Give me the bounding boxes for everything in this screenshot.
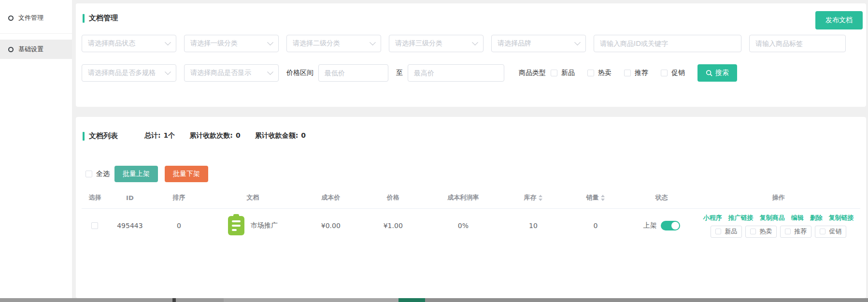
divider — [0, 33, 72, 34]
column-header-select: 选择 — [82, 193, 108, 202]
checkbox-icon[interactable] — [85, 171, 92, 177]
sort-caret-icon[interactable] — [539, 195, 542, 201]
batch-actions-row: 全选 批量上架 批量下架 — [85, 166, 866, 182]
row-tag-new[interactable]: 新品 — [711, 226, 742, 238]
min-price-input[interactable] — [318, 64, 388, 82]
row-id-cell: 495443 — [108, 222, 152, 230]
row-cost-price-cell: ¥0.00 — [299, 222, 362, 230]
column-header-actions: 操作 — [697, 193, 860, 202]
select-placeholder: 请选择商品是否显示 — [190, 69, 251, 77]
table-row: 495443 0 市场推广 ¥0.00 ¥1.00 0% 10 0 上架 小程序… — [82, 208, 860, 242]
row-price-cell: ¥1.00 — [362, 222, 424, 230]
sidebar-item-label: 基础设置 — [18, 45, 43, 54]
copy-url-link[interactable]: 复制链接 — [829, 214, 854, 222]
checkbox-icon[interactable] — [551, 70, 557, 76]
product-status-select[interactable]: 请选择商品状态 — [82, 35, 176, 52]
category-level1-select[interactable]: 请选择一级分类 — [184, 35, 279, 52]
select-placeholder: 请选择一级分类 — [190, 39, 238, 48]
chevron-down-icon — [267, 69, 273, 75]
document-list-icon — [228, 216, 244, 235]
row-tag-checkboxes: 新品 热卖 推荐 促销 — [711, 226, 846, 238]
select-placeholder: 请选择三级分类 — [395, 39, 442, 48]
tag-label: 热卖 — [759, 227, 772, 236]
promo-link-link[interactable]: 推广链接 — [728, 214, 754, 222]
row-tag-recommend[interactable]: 推荐 — [780, 226, 811, 238]
tag-label: 促销 — [829, 227, 841, 236]
category-level3-select[interactable]: 请选择三级分类 — [389, 35, 484, 52]
list-stats: 总计: 1个 累计收款次数: 0 累计收款金额: 0 — [144, 131, 306, 141]
checkbox-icon[interactable] — [820, 229, 825, 234]
row-tag-promo[interactable]: 促销 — [815, 226, 846, 238]
scrollbar-segment — [172, 298, 176, 302]
stat-value: 0 — [236, 131, 241, 140]
type-checkbox-hot[interactable]: 热卖 — [587, 69, 612, 77]
row-checkbox[interactable] — [91, 222, 98, 229]
select-all-label: 全选 — [96, 170, 110, 178]
list-title-row: 文档列表 — [76, 117, 118, 141]
select-placeholder: 请选择商品状态 — [88, 39, 135, 48]
checkbox-icon[interactable] — [587, 70, 594, 76]
checkbox-icon[interactable] — [785, 229, 791, 234]
batch-off-shelf-button[interactable]: 批量下架 — [165, 166, 208, 182]
stat-label: 累计收款金额: — [255, 131, 299, 140]
column-header-doc: 文档 — [206, 193, 299, 202]
checkbox-icon[interactable] — [750, 229, 756, 234]
column-header-stock: 库存 — [502, 193, 564, 202]
sidebar-item-basic-settings[interactable]: 基础设置 — [0, 40, 72, 59]
document-manage-panel: 文档管理 发布文档 请选择商品状态 请选择一级分类 请选择二级分类 请选择三级分… — [76, 3, 866, 107]
mini-program-link[interactable]: 小程序 — [703, 214, 722, 222]
document-list-panel: 文档列表 总计: 1个 累计收款次数: 0 累计收款金额: 0 全选 批量上架 … — [76, 117, 866, 298]
horizontal-scrollbar[interactable] — [0, 298, 868, 302]
max-price-input[interactable] — [408, 64, 504, 82]
row-actions-cell: 小程序 推广链接 复制商品 编辑 删除 复制链接 新品 热卖 — [697, 214, 860, 238]
table-header: 选择 ID 排序 文档 成本价 价格 成本利润率 库存 销量 状态 操作 — [82, 187, 860, 208]
column-header-price: 价格 — [362, 193, 424, 202]
sidebar: 文件管理 基础设置 — [0, 0, 72, 298]
circle-icon — [8, 15, 14, 21]
row-sort-cell: 0 — [152, 222, 206, 230]
on-shelf-toggle[interactable] — [661, 221, 680, 230]
brand-select[interactable]: 请选择品牌 — [491, 35, 586, 52]
circle-icon — [8, 47, 14, 52]
batch-on-shelf-button[interactable]: 批量上架 — [114, 166, 158, 182]
edit-link[interactable]: 编辑 — [791, 214, 804, 222]
product-type-label: 商品类型 — [519, 69, 546, 77]
category-level2-select[interactable]: 请选择二级分类 — [286, 35, 381, 52]
price-to-label: 至 — [396, 69, 403, 77]
delete-link[interactable]: 删除 — [810, 214, 823, 222]
publish-document-button[interactable]: 发布文档 — [815, 11, 863, 29]
checkbox-icon[interactable] — [715, 229, 721, 234]
document-name: 市场推广 — [251, 221, 278, 230]
price-range-label: 价格区间 — [286, 69, 313, 77]
scrollbar-segment — [398, 298, 425, 302]
sidebar-item-file-management[interactable]: 文件管理 — [0, 8, 72, 28]
tag-label: 推荐 — [794, 227, 807, 236]
sort-caret-icon[interactable] — [601, 195, 605, 201]
list-header-row: 文档列表 总计: 1个 累计收款次数: 0 累计收款金额: 0 — [76, 117, 866, 141]
scrollbar-segment — [224, 298, 398, 302]
copy-product-link[interactable]: 复制商品 — [760, 214, 785, 222]
action-links: 小程序 推广链接 复制商品 编辑 删除 复制链接 — [703, 214, 854, 222]
type-checkbox-new[interactable]: 新品 — [551, 69, 575, 77]
row-stock-cell: 10 — [502, 222, 564, 230]
checkbox-icon[interactable] — [624, 70, 631, 76]
row-tag-hot[interactable]: 热卖 — [745, 226, 777, 238]
multi-spec-select[interactable]: 请选择商品是否多规格 — [82, 64, 176, 82]
column-header-margin: 成本利润率 — [424, 193, 502, 202]
search-icon — [706, 70, 712, 76]
type-checkbox-promo[interactable]: 促销 — [661, 69, 685, 77]
stat-total: 总计: 1个 — [144, 131, 175, 140]
select-all-checkbox[interactable]: 全选 — [85, 170, 110, 178]
document-table: 选择 ID 排序 文档 成本价 价格 成本利润率 库存 销量 状态 操作 495… — [82, 187, 860, 242]
search-button-label: 搜索 — [715, 69, 729, 77]
select-placeholder: 请选择商品是否多规格 — [88, 69, 156, 77]
search-button[interactable]: 搜索 — [697, 64, 737, 82]
accent-bar — [83, 132, 85, 141]
product-tag-input[interactable] — [749, 35, 846, 52]
product-visible-select[interactable]: 请选择商品是否显示 — [184, 64, 279, 82]
checkbox-icon[interactable] — [661, 70, 668, 76]
chevron-down-icon — [370, 39, 376, 45]
product-id-keyword-input[interactable] — [594, 35, 741, 52]
row-sales-cell: 0 — [564, 222, 626, 230]
type-checkbox-recommend[interactable]: 推荐 — [624, 69, 648, 77]
